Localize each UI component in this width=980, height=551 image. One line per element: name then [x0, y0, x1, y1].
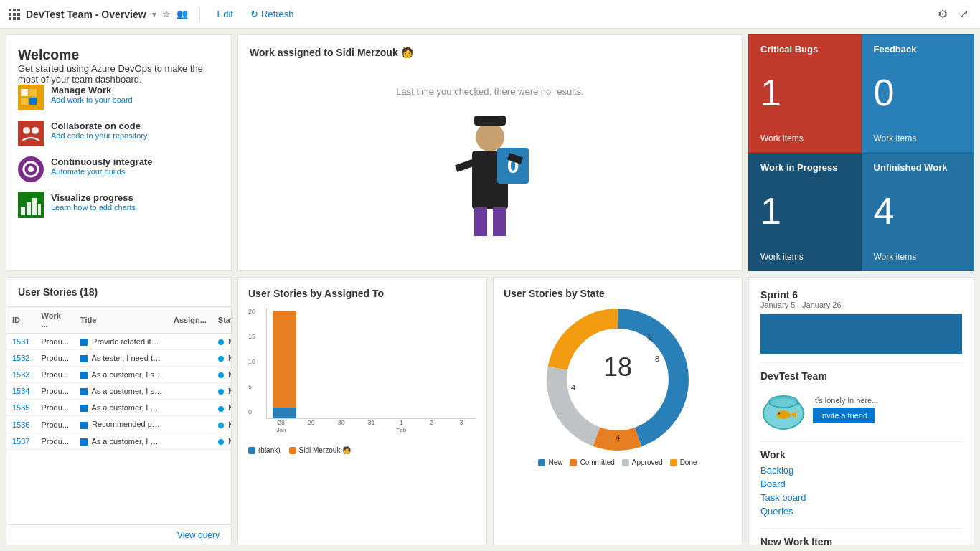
bar-chart-title: User Stories by Assigned To — [248, 288, 476, 299]
cell-title: As tester, I need to test t... — [75, 350, 168, 367]
svg-text:18: 18 — [603, 352, 632, 382]
svg-point-6 — [23, 127, 30, 134]
table-row[interactable]: 1532 Produ... As tester, I need to test … — [6, 350, 231, 367]
feedback-label: Work items — [874, 133, 963, 143]
state-dot — [218, 356, 224, 362]
work-in-progress-value: 1 — [760, 176, 849, 246]
backlog-link[interactable]: Backlog — [760, 465, 962, 476]
board-link[interactable]: Board — [760, 479, 962, 489]
collaborate-title: Collaborate on code — [51, 121, 148, 131]
cell-state: New — [212, 433, 231, 449]
svg-rect-11 — [21, 207, 25, 215]
table-row[interactable]: 1531 Produ... Provide related items or .… — [6, 334, 231, 350]
collaborate-icon — [18, 121, 44, 146]
refresh-button[interactable]: ↻ Refresh — [245, 6, 300, 22]
unfinished-work-value: 4 — [874, 176, 963, 246]
table-row[interactable]: 1536 Produ... Recommended products... Ne… — [6, 416, 231, 433]
work-item-icon — [80, 438, 88, 446]
bar-chart-legend: (blank) Sidi Merzouk 🧑 — [248, 446, 476, 454]
donut-chart-title: User Stories by State — [504, 288, 732, 299]
cell-assign — [168, 334, 212, 350]
col-id: ID — [6, 307, 35, 334]
collaborate-link[interactable]: Add code to your repository — [51, 131, 148, 140]
work-item-icon — [80, 339, 88, 346]
view-query-link[interactable]: View query — [177, 530, 220, 540]
state-dot — [218, 439, 224, 445]
devtest-block: DevTest Team It's lonely in h — [760, 362, 962, 433]
stats-grid: Critical Bugs 1 Work items Feedback 0 Wo… — [748, 34, 974, 271]
cell-work: Produ... — [35, 334, 75, 350]
work-item-icon — [80, 372, 88, 379]
svg-rect-2 — [29, 89, 37, 96]
donut-legend: New Committed Approved Done — [504, 458, 732, 466]
sprint-dates: January 5 - January 26 — [760, 301, 962, 309]
user-stories-header: User Stories (18) — [6, 278, 231, 307]
table-row[interactable]: 1535 Produ... As a customer, I would li.… — [6, 400, 231, 416]
user-stories-title: User Stories (18) — [18, 286, 220, 298]
feedback-card[interactable]: Feedback 0 Work items — [862, 34, 975, 153]
svg-rect-13 — [32, 198, 37, 215]
task-board-link[interactable]: Task board — [760, 492, 962, 503]
visualize-link[interactable]: Learn how to add charts — [51, 203, 136, 212]
svg-point-9 — [28, 166, 34, 172]
unfinished-work-card[interactable]: Unfinished Work 4 Work items — [862, 153, 975, 271]
donut-chart-panel: User Stories by State 18 — [493, 277, 743, 545]
gear-icon[interactable]: ⚙ — [935, 4, 951, 24]
cell-assign — [168, 400, 212, 416]
table-row[interactable]: 1537 Produ... As a customer, I would li.… — [6, 433, 231, 449]
critical-bugs-label: Work items — [760, 133, 849, 143]
cell-id: 1532 — [6, 350, 35, 367]
star-icon[interactable]: ☆ — [162, 9, 171, 19]
cell-title: As a customer, I would li... — [75, 400, 168, 416]
integrate-icon — [18, 156, 44, 182]
work-item-icon — [80, 405, 88, 412]
table-row[interactable]: 1534 Produ... As a customer, I should ..… — [6, 383, 231, 400]
work-assigned-empty: Last time you checked, there were no res… — [396, 86, 584, 97]
manage-work-link[interactable]: Add work to your board — [51, 95, 133, 104]
state-dot — [218, 372, 224, 378]
devtest-title: DevTest Team — [760, 370, 962, 382]
cell-title: Provide related items or ... — [75, 334, 168, 350]
svg-rect-12 — [27, 202, 31, 215]
cell-title: As a customer, I should ... — [75, 383, 168, 400]
grid-icon — [9, 9, 20, 20]
svg-point-30 — [778, 413, 781, 415]
donut-chart-container: 18 8 2 — [504, 308, 732, 451]
work-in-progress-card[interactable]: Work in Progress 1 Work items — [748, 153, 862, 271]
cell-id: 1534 — [6, 383, 35, 400]
sprint-block: Sprint 6 January 5 - January 26 — [760, 289, 962, 354]
critical-bugs-card[interactable]: Critical Bugs 1 Work items — [748, 34, 862, 153]
cell-id: 1537 — [6, 433, 35, 449]
work-assigned-panel: Work assigned to Sidi Merzouk 🧑 Last tim… — [237, 34, 743, 271]
bar-chart-panel: User Stories by Assigned To 20151050 — [237, 277, 487, 545]
refresh-icon: ↻ — [250, 9, 258, 19]
cell-id: 1536 — [6, 416, 35, 433]
cell-assign — [168, 350, 212, 367]
invite-button[interactable]: Invite a friend — [813, 408, 875, 423]
col-title: Title — [75, 307, 168, 334]
unfinished-work-title: Unfinished Work — [874, 162, 963, 173]
feedback-value: 0 — [874, 57, 963, 128]
table-row[interactable]: 1533 Produ... As a customer, I should ..… — [6, 367, 231, 383]
sprint-title: Sprint 6 — [760, 289, 962, 301]
user-stories-table: ID Work ... Title Assign... State 1531 P… — [6, 307, 231, 524]
cell-work: Produ... — [35, 367, 75, 383]
col-state: State — [212, 307, 231, 334]
svg-rect-3 — [21, 98, 28, 105]
people-icon[interactable]: 👥 — [176, 9, 188, 19]
expand-icon[interactable]: ⤢ — [956, 4, 971, 24]
edit-button[interactable]: Edit — [212, 6, 239, 22]
queries-link[interactable]: Queries — [760, 506, 962, 517]
svg-text:8: 8 — [655, 354, 659, 363]
cell-assign — [168, 367, 212, 383]
manage-work-icon — [18, 85, 44, 110]
chevron-down-icon[interactable]: ▾ — [152, 9, 156, 19]
cell-state: New — [212, 416, 231, 433]
integrate-title: Continuously integrate — [51, 156, 153, 167]
work-assigned-heading: Work assigned to Sidi Merzouk 🧑 — [250, 47, 730, 58]
integrate-link[interactable]: Automate your builds — [51, 167, 153, 176]
cell-title: As a customer, I should ... — [75, 367, 168, 383]
collaborate-item: Collaborate on code Add code to your rep… — [18, 121, 220, 146]
state-dot — [218, 423, 224, 428]
svg-text:2: 2 — [648, 333, 652, 342]
